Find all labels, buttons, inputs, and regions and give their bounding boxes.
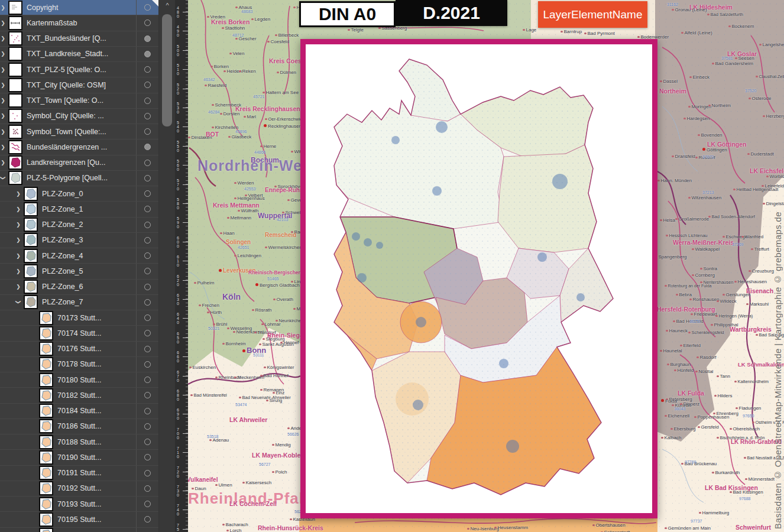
layer-thumbnail[interactable] (39, 326, 53, 340)
layer-thumbnail[interactable] (24, 233, 38, 247)
layer-thumbnail[interactable] (39, 373, 53, 387)
layer-row[interactable]: ❯Symbol_Town [Quelle:... (0, 124, 158, 140)
layer-row[interactable]: ❯PLZ-Zone_6 (0, 280, 158, 295)
chevron-down-icon[interactable]: ❯ (0, 175, 6, 181)
layer-thumbnail[interactable] (24, 187, 38, 201)
layer-select-circle[interactable] (144, 299, 151, 306)
chevron-right-icon[interactable]: ❯ (0, 113, 6, 119)
document-canvas[interactable]: AhausHorstmarVredenKreis BorkenLegdenSta… (188, 0, 784, 532)
layer-thumbnail[interactable] (8, 125, 22, 139)
layer-select-circle[interactable] (144, 51, 151, 57)
layer-row[interactable]: ❯PLZ-Zone_0 (0, 186, 158, 202)
layer-select-circle[interactable] (144, 501, 151, 507)
chevron-right-icon[interactable]: ❯ (0, 5, 6, 11)
chevron-right-icon[interactable]: ❯ (0, 82, 6, 88)
chevron-right-icon[interactable]: ❯ (15, 206, 21, 212)
layer-select-circle[interactable] (144, 408, 151, 414)
layer-select-circle[interactable] (144, 160, 151, 166)
layer-row[interactable]: ❯Symbol_City [Quelle: ... (0, 109, 158, 124)
chevron-right-icon[interactable]: ❯ (0, 144, 6, 150)
layer-select-circle[interactable] (144, 284, 151, 290)
layer-thumbnail[interactable] (39, 497, 53, 511)
layer-select-circle[interactable] (144, 113, 151, 119)
layer-thumbnail[interactable] (8, 93, 22, 108)
layer-row[interactable]: ❯Bundesländergrenzen ... (0, 140, 158, 155)
layer-thumbnail[interactable] (8, 78, 22, 92)
layer-row[interactable]: ❯TXT_City [Quelle: OSM] (0, 77, 158, 93)
layer-thumbnail[interactable] (39, 419, 53, 433)
layer-row[interactable]: ❯Landkreisgrenzen [Qu... (0, 155, 158, 171)
layer-row[interactable]: ❯70174 Stutt... (0, 326, 158, 341)
layer-select-circle[interactable] (144, 35, 151, 42)
layer-select-circle[interactable] (144, 206, 151, 212)
layer-thumbnail[interactable] (39, 466, 53, 480)
layer-select-circle[interactable] (144, 361, 151, 368)
artboard-germany-plz-map[interactable] (300, 39, 657, 518)
layer-row[interactable]: ❯PLZ-Zone_3 (0, 233, 158, 248)
layer-thumbnail[interactable] (8, 109, 22, 123)
layer-row[interactable]: ❯70176 Stutt... (0, 342, 158, 357)
layer-select-circle[interactable] (144, 222, 151, 228)
layer-thumbnail[interactable] (24, 280, 38, 294)
layer-row[interactable]: ❯70190 Stutt... (0, 450, 158, 465)
layer-row[interactable]: ❯70186 Stutt... (0, 419, 158, 434)
layer-select-circle[interactable] (144, 516, 151, 523)
format-plate[interactable]: DIN A0 (299, 1, 396, 27)
chevron-right-icon[interactable]: ❯ (0, 51, 6, 57)
layer-thumbnail[interactable] (39, 512, 53, 527)
layer-thumbnail[interactable] (39, 404, 53, 418)
chevron-right-icon[interactable]: ❯ (15, 284, 21, 290)
layer-thumbnail[interactable] (8, 31, 22, 46)
layer-select-circle[interactable] (144, 439, 151, 445)
layer-thumbnail[interactable] (24, 264, 38, 278)
layer-thumbnail[interactable] (8, 63, 22, 77)
layer-thumbnail[interactable] (8, 1, 22, 15)
layer-row[interactable]: ❯PLZ-5-Polygone [Quell... (0, 171, 158, 186)
layer-row[interactable]: ❯70184 Stutt... (0, 404, 158, 419)
layer-row[interactable]: ❯Copyright (0, 0, 158, 15)
layer-thumbnail[interactable] (24, 295, 38, 309)
scroll-up-icon[interactable]: ^ (159, 1, 175, 9)
layer-select-circle[interactable] (144, 454, 151, 460)
chevron-right-icon[interactable]: ❯ (15, 237, 21, 243)
edition-plate[interactable]: D.2021 (396, 0, 507, 26)
layer-select-circle[interactable] (144, 268, 151, 274)
layer-row[interactable]: ❯70178 Stutt... (0, 357, 158, 372)
layer-select-circle[interactable] (144, 346, 151, 352)
layer-thumbnail[interactable] (39, 528, 53, 532)
layer-row[interactable]: ❯70191 Stutt... (0, 466, 158, 481)
layer-thumbnail[interactable] (24, 218, 38, 232)
layer-row[interactable]: ❯TXT_Landkreise_Stadt... (0, 47, 158, 62)
layer-element-button[interactable]: LayerElementName (538, 1, 647, 28)
layer-thumbnail[interactable] (24, 249, 38, 263)
layer-select-circle[interactable] (144, 82, 151, 88)
layer-select-circle[interactable] (144, 4, 151, 11)
layer-select-circle[interactable] (144, 20, 151, 26)
layer-thumbnail[interactable] (8, 47, 22, 61)
layer-select-circle[interactable] (144, 237, 151, 244)
layer-select-circle[interactable] (144, 423, 151, 430)
layer-row[interactable]: ❯70197 Stutt... (0, 528, 158, 532)
layer-row[interactable]: ❯70192 Stutt... (0, 481, 158, 497)
layer-row[interactable]: ❯70180 Stutt... (0, 372, 158, 388)
layer-row[interactable]: ❯TXT_Town [Quelle: O... (0, 93, 158, 109)
layer-select-circle[interactable] (144, 330, 151, 336)
layer-select-circle[interactable] (144, 98, 151, 104)
layer-select-circle[interactable] (144, 485, 151, 492)
layer-select-circle[interactable] (144, 144, 151, 150)
layer-thumbnail[interactable] (39, 435, 53, 449)
layer-thumbnail[interactable] (8, 171, 22, 185)
layer-select-circle[interactable] (144, 190, 151, 197)
layer-row[interactable]: ❯PLZ-Zone_5 (0, 264, 158, 279)
layer-thumbnail[interactable] (39, 481, 53, 495)
chevron-right-icon[interactable]: ❯ (15, 222, 21, 228)
layer-row[interactable]: ❯TXT_Bundesländer [Q... (0, 31, 158, 47)
chevron-right-icon[interactable]: ❯ (15, 253, 21, 259)
layer-select-circle[interactable] (144, 470, 151, 476)
chevron-right-icon[interactable]: ❯ (0, 129, 6, 135)
layer-thumbnail[interactable] (39, 342, 53, 356)
layer-thumbnail[interactable] (24, 202, 38, 216)
chevron-right-icon[interactable]: ❯ (0, 35, 6, 41)
layer-row[interactable]: ❯70182 Stutt... (0, 388, 158, 403)
layer-row[interactable]: ❯70195 Stutt... (0, 512, 158, 527)
